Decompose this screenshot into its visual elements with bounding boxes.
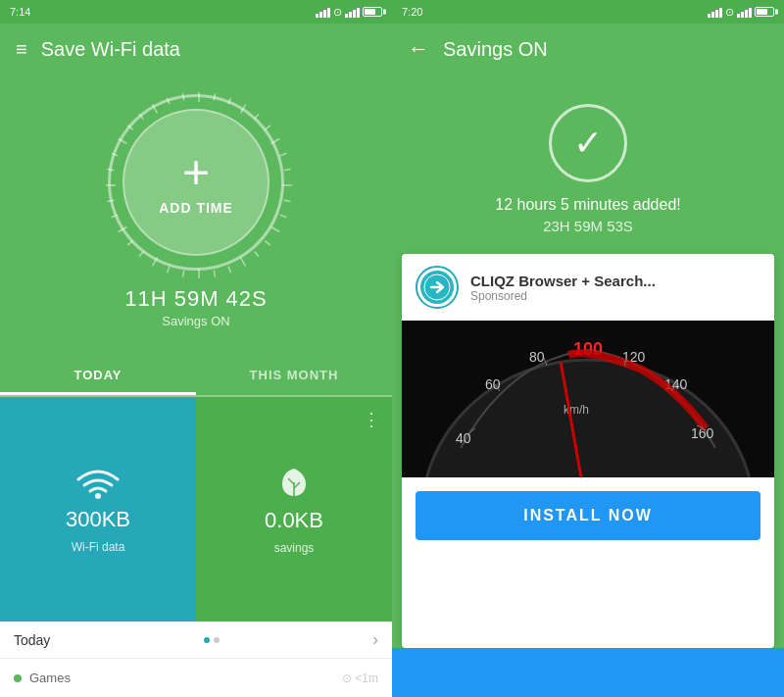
svg-line-5 [265,125,270,129]
speedometer-svg: 40 60 80 100 120 140 160 km/h [402,321,774,477]
savings-on-label: Savings ON [124,314,268,328]
leaf-icon [276,465,312,500]
bottom-bar: Games ⊙ <1m [0,658,392,697]
svg-line-28 [107,170,114,171]
right-header-title: Savings ON [443,38,548,61]
battery-right [755,7,774,17]
header-right: ← Savings ON [392,24,784,75]
tick-marks-svg [101,87,297,283]
header-left: ≡ Save Wi-Fi data [0,24,392,75]
time-right: 7:20 [402,6,422,18]
bottom-time: ⊙ <1m [342,672,378,685]
today-label: Today [14,632,50,648]
tab-today[interactable]: TODAY [0,358,196,395]
svg-line-7 [280,154,287,156]
time-display: 11H 59M 42S Savings ON [124,286,268,328]
battery-icon [363,7,382,17]
dot-inactive [214,637,220,643]
ad-logo-inner [420,271,454,304]
today-row[interactable]: Today › [0,622,392,658]
svg-line-14 [255,251,259,256]
ad-header: CLIQZ Browser + Search... Sponsored [402,254,774,321]
svg-line-31 [127,125,132,129]
left-header-title: Save Wi-Fi data [41,38,180,61]
bottom-label: Games [29,671,71,685]
ad-title: CLIQZ Browser + Search... [470,273,656,289]
cliqz-logo-svg [423,274,451,301]
wifi-icon [76,466,120,499]
svg-line-22 [139,251,143,256]
checkmark-icon: ✓ [573,123,603,164]
svg-line-12 [271,227,280,232]
svg-line-26 [107,200,114,201]
svg-line-16 [228,267,230,274]
cellular-icon [345,6,360,18]
svg-line-1 [214,93,215,100]
chevron-right-icon[interactable]: › [372,629,378,650]
tabs-row: TODAY THIS MONTH [0,358,392,397]
svg-line-20 [168,267,170,274]
savings-label-card: savings [274,541,315,555]
wifi-status-right: ⊙ [725,6,734,19]
wifi-data-card: 300KB Wi-Fi data [0,397,196,622]
ad-title-wrap: CLIQZ Browser + Search... Sponsored [470,273,656,303]
outer-ring: + ADD TIME [108,94,284,271]
ad-image: 40 60 80 100 120 140 160 km/h [402,321,774,477]
install-label: INSTALL NOW [523,507,653,524]
wifi-data-value: 300KB [66,507,130,532]
status-bar-right: 7:20 ⊙ [392,0,784,24]
menu-icon[interactable]: ≡ [16,38,27,61]
right-panel: 7:20 ⊙ ← Savings ON ✓ [392,0,784,697]
install-now-button[interactable]: INSTALL NOW [416,491,760,540]
tab-this-month[interactable]: THIS MONTH [196,358,392,395]
time-left: 7:14 [10,6,30,18]
status-bar-left: 7:14 ⊙ [0,0,392,24]
check-circle: ✓ [549,104,627,182]
three-dot-menu[interactable]: ⋮ [363,409,380,430]
data-cards: 300KB Wi-Fi data ⋮ 0.0KB savings [0,397,392,622]
savings-added-text: 12 hours 5 minutes added! [495,196,680,214]
svg-line-17 [214,271,215,277]
savings-card: ⋮ 0.0KB savings [196,397,392,622]
wifi-status-icon: ⊙ [333,6,342,19]
svg-text:80: 80 [529,349,545,365]
svg-line-2 [228,98,230,105]
svg-line-4 [255,114,259,119]
savings-on-content: ✓ 12 hours 5 minutes added! 23H 59M 53S [392,75,784,254]
green-dot [14,674,22,682]
svg-line-15 [241,258,246,267]
svg-line-3 [241,105,246,114]
dot-active [204,637,210,643]
dots-nav [204,637,220,643]
signal-icon [316,6,330,18]
left-panel: 7:14 ⊙ ≡ Save Wi-Fi data [0,0,392,697]
svg-line-35 [183,93,184,100]
svg-line-33 [153,105,158,114]
svg-line-8 [284,170,291,171]
ad-sponsored: Sponsored [470,289,656,303]
savings-time-text: 23H 59M 53S [495,218,680,234]
svg-point-36 [95,493,101,499]
ad-card: CLIQZ Browser + Search... Sponsored 40 6… [402,254,774,648]
add-time-section: + ADD TIME 11H 59M 42S Savings ON [0,75,392,338]
svg-line-30 [119,139,127,144]
svg-line-29 [112,154,119,156]
bottom-blue-bar [392,648,784,697]
cellular-right [737,6,752,18]
svg-line-13 [265,241,270,245]
svg-line-32 [139,114,143,119]
status-icons-left: ⊙ [316,6,382,19]
svg-line-24 [119,227,127,232]
svg-line-19 [183,271,184,277]
svg-line-23 [127,241,132,245]
svg-line-6 [271,139,280,144]
svg-line-11 [280,215,287,217]
savings-value: 0.0KB [265,508,323,533]
svg-line-25 [112,215,119,217]
svg-line-34 [168,98,170,105]
savings-info: 12 hours 5 minutes added! 23H 59M 53S [495,196,680,234]
signal-icon-right [708,6,722,18]
back-button[interactable]: ← [408,36,429,62]
ad-logo [416,266,459,309]
svg-line-10 [284,200,291,201]
